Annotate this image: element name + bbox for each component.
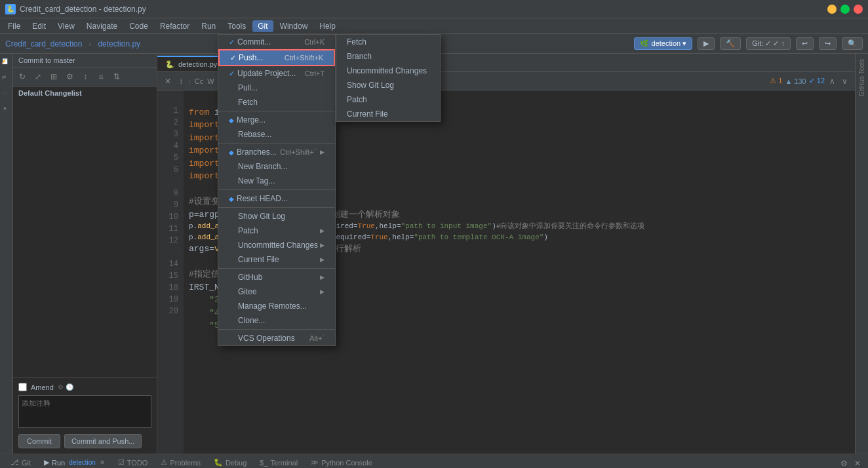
git-menu-reset-head[interactable]: ◆Reset HEAD... (218, 191, 335, 206)
terminal-tab-label: Terminal (271, 459, 298, 467)
redo-button[interactable]: ↪ (819, 37, 837, 50)
sort-btn[interactable]: ⇅ (110, 70, 123, 83)
expand-btn[interactable]: ⊞ (47, 70, 60, 83)
submenu-fetch[interactable]: Fetch (336, 35, 440, 49)
menu-help[interactable]: Help (314, 20, 341, 32)
git-menu-new-tag[interactable]: New Tag... (218, 174, 335, 188)
amend-row: Amend ⚙ 🕒 (18, 383, 151, 391)
git-menu-branches[interactable]: ◆Branches... Ctrl+Shift+` (218, 145, 335, 159)
git-menu-sep6 (218, 329, 335, 330)
bottom-tab-python-console[interactable]: ≫ Python Console (306, 454, 378, 468)
menu-bar: File Edit View Navigate Code Refactor Ru… (0, 18, 868, 34)
bottom-settings-btn[interactable]: ⚙ (838, 459, 850, 468)
commit-bottom: Amend ⚙ 🕒 Commit Commit and Push... (13, 377, 157, 454)
menu-run[interactable]: Run (196, 20, 221, 32)
git-submenu: Fetch Branch Uncommitted Changes Show Gi… (336, 34, 441, 122)
run-button[interactable]: ▶ (698, 37, 715, 50)
breadcrumb-project[interactable]: Credit_card_detection (5, 39, 82, 49)
search-everywhere-button[interactable]: 🔍 (842, 37, 863, 50)
refresh-btn[interactable]: ↻ (16, 70, 29, 83)
menu-window[interactable]: Window (275, 20, 313, 32)
menu-view[interactable]: View (52, 20, 80, 32)
git-menu-rebase[interactable]: Rebase... (218, 127, 335, 142)
editor-nav-down[interactable]: ∨ (840, 77, 850, 86)
git-status-button[interactable]: Git: ✓ ✓ ↑ (746, 37, 791, 50)
git-menu-current-file[interactable]: Current File (218, 252, 335, 267)
minimize-button[interactable] (827, 5, 837, 14)
collapse-btn[interactable]: ⤢ (31, 70, 45, 83)
menu-git[interactable]: Git (252, 20, 273, 32)
menu-edit[interactable]: Edit (27, 20, 51, 32)
filter-btn[interactable]: ⚙ (63, 70, 76, 83)
sidebar-fav-icon[interactable]: ★ (1, 104, 12, 114)
right-sidebar-label-github[interactable]: GitHub Tools (857, 54, 867, 102)
submenu-show-git-log[interactable]: Show Git Log (336, 78, 440, 92)
git-menu-github[interactable]: GitHub (218, 270, 335, 284)
bottom-tab-terminal[interactable]: $_ Terminal (254, 454, 303, 468)
git-menu-clone[interactable]: Clone... (218, 313, 335, 328)
git-menu-pull[interactable]: Pull... (218, 81, 335, 95)
python-console-tab-label: Python Console (321, 459, 372, 467)
bottom-tab-todo[interactable]: ☑ TODO (113, 454, 153, 468)
git-menu-sep3 (218, 189, 335, 190)
git-menu-merge[interactable]: ◆Merge... (218, 113, 335, 127)
bottom-tabs: ⎇ Git ▶ Run detection ✕ ☑ TODO ⚠ Problem… (0, 454, 868, 468)
bottom-close-btn[interactable]: ✕ (852, 459, 863, 468)
submenu-current-file[interactable]: Current File (336, 107, 440, 121)
breadcrumb-file[interactable]: detection.py (98, 39, 140, 49)
git-menu-vcs-ops[interactable]: VCS Operations Alt+` (218, 331, 335, 345)
todo-tab-icon: ☑ (118, 458, 125, 467)
submenu-branch[interactable]: Branch (336, 49, 440, 64)
submenu-current-file-label: Current File (347, 109, 388, 119)
git-menu-manage-remotes[interactable]: Manage Remotes... (218, 299, 335, 313)
git-menu-update[interactable]: ✓Update Project... Ctrl+T (218, 66, 335, 81)
editor-nav-up[interactable]: ∧ (827, 77, 837, 86)
search-back-btn[interactable]: ↕ (177, 77, 185, 86)
commit-header: Commit to master (13, 54, 157, 68)
git-menu-commit[interactable]: ✓Commit... Ctrl+K (218, 35, 335, 49)
menu-refactor[interactable]: Refactor (155, 20, 195, 32)
search-close-btn[interactable]: ✕ (163, 77, 173, 86)
commit-and-push-button[interactable]: Commit and Push... (64, 434, 142, 448)
git-menu-patch[interactable]: Patch (218, 224, 335, 238)
git-menu-fetch[interactable]: Fetch (218, 95, 335, 109)
menu-code[interactable]: Code (124, 20, 153, 32)
commit-buttons: Commit Commit and Push... (18, 434, 151, 448)
sidebar-commit-icon[interactable]: 📝 (1, 56, 12, 67)
submenu-fetch-label: Fetch (347, 37, 366, 47)
menu-tools[interactable]: Tools (222, 20, 251, 32)
git-menu-sep4 (218, 207, 335, 208)
submenu-patch[interactable]: Patch (336, 92, 440, 107)
maximize-button[interactable] (840, 5, 850, 14)
diff-btn[interactable]: ↕ (79, 70, 92, 83)
git-menu-new-branch[interactable]: New Branch... (218, 159, 335, 174)
branch-selector[interactable]: 🌿 detection ▾ (634, 37, 692, 50)
tab-icon-detection: 🐍 (165, 60, 174, 69)
bottom-tab-debug[interactable]: 🐛 Debug (208, 454, 252, 468)
git-menu-show-git-log[interactable]: Show Git Log (218, 209, 335, 224)
menu-file[interactable]: File (3, 20, 26, 32)
git-menu-uncommitted[interactable]: Uncommitted Changes (218, 238, 335, 252)
menu-navigate[interactable]: Navigate (81, 20, 123, 32)
terminal-tab-icon: $_ (260, 459, 267, 467)
sidebar-pr-icon[interactable]: ⇅ (1, 72, 12, 83)
problems-tab-label: Problems (170, 459, 200, 467)
undo-button[interactable]: ↩ (796, 37, 814, 50)
git-menu-push[interactable]: ✓Push... Ctrl+Shift+K (218, 49, 335, 66)
bottom-tab-git[interactable]: ⎇ Git (5, 454, 36, 468)
right-sidebar: GitHub Tools (855, 54, 868, 454)
submenu-uncommitted[interactable]: Uncommitted Changes (336, 64, 440, 78)
commit-button[interactable]: Commit (18, 434, 60, 448)
bottom-tab-run[interactable]: ▶ Run detection ✕ (39, 454, 110, 468)
git-tab-icon: ⎇ (10, 458, 19, 467)
problems-tab-icon: ⚠ (161, 458, 167, 467)
run-tab-icon: ▶ (44, 458, 49, 467)
amend-checkbox[interactable] (18, 383, 27, 391)
groupby-btn[interactable]: ≡ (94, 70, 108, 83)
sidebar-structure-icon[interactable]: ⋮ (1, 88, 12, 98)
git-menu-gitee[interactable]: Gitee (218, 284, 335, 299)
close-button[interactable] (854, 5, 863, 14)
commit-comment-input[interactable] (18, 395, 151, 428)
build-button[interactable]: 🔨 (720, 37, 741, 50)
bottom-tab-problems[interactable]: ⚠ Problems (155, 454, 205, 468)
